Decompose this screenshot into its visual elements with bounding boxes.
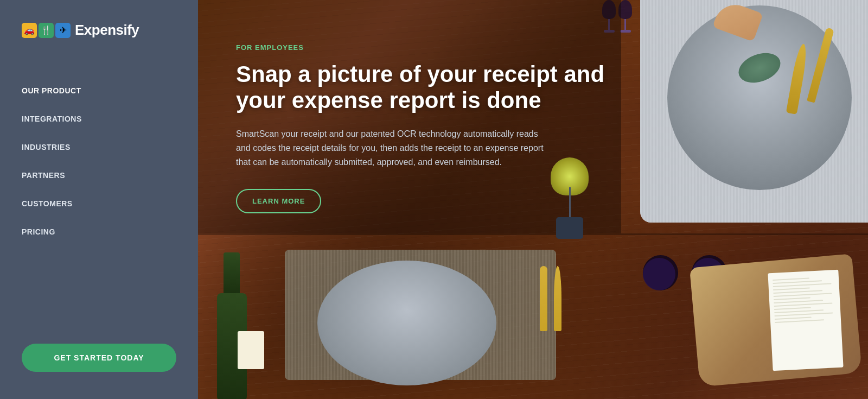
sidebar-item-integrations[interactable]: INTEGRATIONS: [0, 105, 198, 133]
sidebar-item-industries[interactable]: INDUSTRIES: [0, 133, 198, 161]
logo-area: 🚗 🍴 ✈ Expensify: [0, 0, 198, 66]
receipt-line: [773, 287, 810, 290]
hero-headline: Snap a picture of your receipt and your …: [236, 61, 605, 114]
section-divider: [198, 233, 868, 235]
receipt-line: [774, 297, 810, 300]
cta-area: GET STARTED TODAY: [0, 327, 198, 399]
logo-text: Expensify: [75, 22, 139, 39]
plant-pot: [556, 217, 583, 239]
bottle-label: [238, 331, 264, 369]
receipt-line: [774, 307, 811, 310]
receipt-line: [774, 293, 832, 297]
sidebar-item-our-product[interactable]: OUR PRODUCT: [0, 77, 198, 105]
hero-description: SmartScan your receipt and our patented …: [236, 127, 551, 170]
logo-icons: 🚗 🍴 ✈: [22, 23, 71, 38]
get-started-button[interactable]: GET STARTED TODAY: [22, 344, 176, 372]
spoon-bottom: [554, 266, 561, 331]
utensils-bottom: [540, 266, 561, 331]
receipt-line: [773, 283, 832, 287]
receipt-line: [774, 312, 833, 316]
logo-icon-car: 🚗: [22, 23, 37, 38]
bottle-neck: [224, 252, 240, 296]
bottom-plate-area: [285, 239, 578, 396]
receipt-area: [651, 250, 868, 399]
sidebar-item-partners[interactable]: PARTNERS: [0, 161, 198, 189]
logo-icon-fork: 🍴: [39, 23, 54, 38]
receipt-paper: [768, 270, 843, 371]
main-content: FOR EMPLOYEES Snap a picture of your rec…: [198, 0, 868, 399]
bottle-body: [217, 293, 247, 399]
plant-stem: [569, 187, 571, 220]
nav-menu: OUR PRODUCT INTEGRATIONS INDUSTRIES PART…: [0, 66, 198, 327]
receipt-line: [775, 319, 824, 323]
receipt-line: [774, 302, 833, 307]
wine-bottle: [198, 244, 263, 399]
fork-bottom: [540, 266, 547, 331]
receipt-line: [773, 278, 809, 281]
sidebar-item-pricing[interactable]: PRICING: [0, 218, 198, 246]
sidebar-item-customers[interactable]: CUSTOMERS: [0, 189, 198, 218]
eyebrow-label: FOR EMPLOYEES: [236, 43, 605, 52]
plant-decoration: [545, 157, 594, 239]
receipt-line: [775, 316, 812, 320]
logo-icon-plane: ✈: [55, 23, 71, 38]
bottom-plate: [317, 261, 496, 385]
plate-surface-top-right: [667, 5, 852, 190]
sidebar: 🚗 🍴 ✈ Expensify OUR PRODUCT INTEGRATIONS…: [0, 0, 198, 399]
learn-more-button[interactable]: LEARN MORE: [236, 189, 321, 213]
